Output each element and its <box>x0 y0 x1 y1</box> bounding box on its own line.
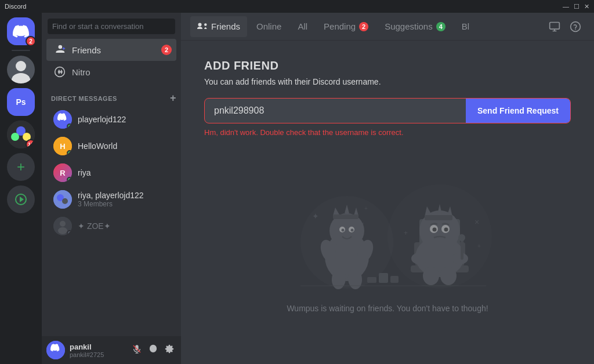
tab-pending[interactable]: Pending 2 <box>317 16 375 37</box>
list-item[interactable]: ✦ ZOE✦ <box>46 213 176 239</box>
server-icon-ps[interactable]: Ps <box>7 88 35 116</box>
wumpus-area: ✦ + × <box>204 155 571 325</box>
dm-name: playerlojd122 <box>78 115 172 124</box>
server-icon-user[interactable] <box>7 56 35 83</box>
tab-friends[interactable]: Friends <box>190 16 247 37</box>
nav-item-nitro[interactable]: Nitro <box>46 61 176 83</box>
dm-add-button[interactable]: + <box>170 92 176 104</box>
dm-section-title: DIRECT MESSAGES <box>51 95 117 102</box>
add-friend-form: Send Friend Request <box>204 98 571 123</box>
svg-point-35 <box>342 229 345 232</box>
dm-info: ✦ ZOE✦ <box>78 221 172 231</box>
all-tab-label: All <box>298 21 307 31</box>
svg-point-57 <box>433 228 437 232</box>
status-online-dot <box>67 123 72 129</box>
avatar <box>53 110 72 129</box>
send-friend-request-button[interactable]: Send Friend Request <box>466 99 570 123</box>
nitro-label: Nitro <box>72 67 172 77</box>
svg-text:+: + <box>477 243 481 249</box>
svg-text:✦: ✦ <box>312 212 319 221</box>
dm-info: riya <box>78 168 172 177</box>
svg-text:H: H <box>60 142 65 151</box>
window-controls: — ☐ ✕ <box>563 3 589 10</box>
add-server-button[interactable]: + <box>7 153 35 181</box>
tab-bar: Friends Online All Pending 2 Suggestions… <box>181 13 594 41</box>
svg-marker-7 <box>20 196 24 202</box>
svg-point-59 <box>411 253 428 264</box>
dm-name-muted: ✦ ZOE✦ <box>78 221 172 231</box>
user-controls <box>130 343 176 357</box>
server-divider <box>12 50 30 51</box>
explore-button[interactable] <box>7 185 35 213</box>
tab-suggestions[interactable]: Suggestions 4 <box>378 16 452 37</box>
list-item[interactable]: R riya <box>46 160 176 185</box>
deafen-button[interactable] <box>146 343 160 357</box>
user-info: pankil pankil#2725 <box>70 343 125 358</box>
list-item[interactable]: H HelloWorld <box>46 133 176 159</box>
dm-list: playerlojd122 H HelloWorld <box>42 107 181 336</box>
dm-nav: Friends 2 Nitro <box>42 39 181 83</box>
main-content: Friends Online All Pending 2 Suggestions… <box>181 13 594 364</box>
dm-info: playerlojd122 <box>78 115 172 124</box>
friends-label: Friends <box>72 45 155 55</box>
user-tag: pankil#2725 <box>70 351 125 358</box>
dm-section-header: DIRECT MESSAGES + <box>42 83 181 107</box>
svg-point-58 <box>444 228 448 232</box>
dm-name: riya, playerlojd122 <box>78 191 172 200</box>
add-friend-description: You can add friends with their Discord u… <box>204 77 571 86</box>
help-icon-button[interactable] <box>566 19 585 35</box>
monitor-icon-button[interactable] <box>545 19 564 35</box>
friends-icon <box>53 43 66 56</box>
tab-block[interactable]: Bl <box>455 16 476 37</box>
nitro-icon <box>53 65 66 78</box>
suggestions-tab-label: Suggestions <box>385 21 433 31</box>
app-title: Discord <box>5 3 26 10</box>
dm-sub: 3 Members <box>78 200 172 208</box>
minimize-button[interactable]: — <box>563 3 569 10</box>
online-tab-label: Online <box>256 21 281 31</box>
pending-tab-label: Pending <box>324 21 356 31</box>
server-icon-badge[interactable]: 11 <box>7 121 35 148</box>
svg-point-23 <box>571 21 581 31</box>
status-online-dot <box>67 177 72 182</box>
user-avatar <box>46 341 65 359</box>
username-input[interactable] <box>205 99 466 123</box>
status-online-dot <box>67 150 72 155</box>
svg-rect-70 <box>379 273 388 283</box>
server-badge-11: 11 <box>26 139 35 148</box>
list-item[interactable]: playerlojd122 <box>46 107 176 132</box>
svg-text:×: × <box>475 217 479 227</box>
tab-online[interactable]: Online <box>249 16 288 37</box>
search-input[interactable] <box>48 19 175 34</box>
svg-point-19 <box>58 227 67 234</box>
nav-item-friends[interactable]: Friends 2 <box>46 39 176 61</box>
maximize-button[interactable]: ☐ <box>574 3 579 10</box>
svg-text:+: + <box>404 229 408 237</box>
friends-badge: 2 <box>161 45 172 55</box>
close-button[interactable]: ✕ <box>584 3 589 10</box>
svg-rect-32 <box>333 214 358 219</box>
block-tab-label: Bl <box>462 21 469 31</box>
avatar: H <box>53 137 72 155</box>
svg-point-36 <box>351 229 354 232</box>
svg-point-24 <box>575 28 576 30</box>
add-friend-area: ADD FRIEND You can add friends with thei… <box>181 41 594 364</box>
dm-name: HelloWorld <box>78 141 172 151</box>
settings-button[interactable] <box>162 343 176 357</box>
svg-point-60 <box>452 253 468 264</box>
suggestions-badge: 4 <box>436 22 446 31</box>
svg-rect-22 <box>550 22 560 29</box>
tab-all[interactable]: All <box>291 16 314 37</box>
add-friend-title: ADD FRIEND <box>204 59 571 72</box>
avatar: R <box>53 163 72 182</box>
mute-button[interactable] <box>130 343 144 357</box>
svg-point-64 <box>440 267 457 285</box>
add-friend-error: Hm, didn't work. Double check that the u… <box>204 128 571 137</box>
svg-point-62 <box>458 234 465 241</box>
home-button[interactable]: 2 <box>7 17 35 45</box>
svg-text:+: + <box>364 205 368 212</box>
dm-info: riya, playerlojd122 3 Members <box>78 191 172 208</box>
svg-text:R: R <box>60 169 66 177</box>
user-panel: pankil pankil#2725 <box>42 336 181 364</box>
list-item[interactable]: riya, playerlojd122 3 Members <box>46 187 176 212</box>
